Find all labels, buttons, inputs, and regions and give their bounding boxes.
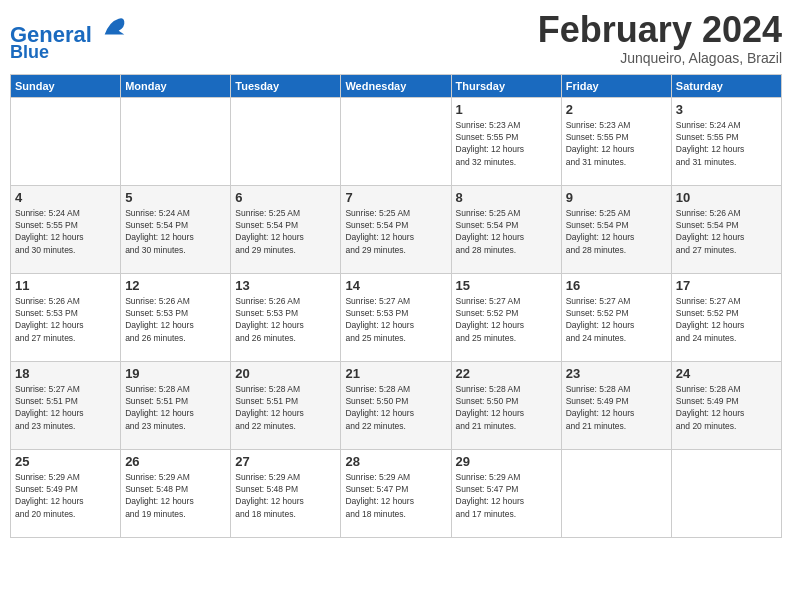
calendar-cell xyxy=(561,449,671,537)
day-number: 5 xyxy=(125,190,226,205)
day-number: 18 xyxy=(15,366,116,381)
day-number: 26 xyxy=(125,454,226,469)
header: General Blue February 2024 Junqueiro, Al… xyxy=(10,10,782,66)
day-number: 8 xyxy=(456,190,557,205)
calendar-cell: 21Sunrise: 5:28 AM Sunset: 5:50 PM Dayli… xyxy=(341,361,451,449)
calendar-cell xyxy=(11,97,121,185)
calendar-cell xyxy=(121,97,231,185)
calendar-cell: 19Sunrise: 5:28 AM Sunset: 5:51 PM Dayli… xyxy=(121,361,231,449)
calendar-cell: 12Sunrise: 5:26 AM Sunset: 5:53 PM Dayli… xyxy=(121,273,231,361)
day-number: 14 xyxy=(345,278,446,293)
day-number: 22 xyxy=(456,366,557,381)
week-row-1: 4Sunrise: 5:24 AM Sunset: 5:55 PM Daylig… xyxy=(11,185,782,273)
day-number: 10 xyxy=(676,190,777,205)
day-info: Sunrise: 5:29 AM Sunset: 5:49 PM Dayligh… xyxy=(15,471,116,520)
calendar-cell: 4Sunrise: 5:24 AM Sunset: 5:55 PM Daylig… xyxy=(11,185,121,273)
calendar-cell: 6Sunrise: 5:25 AM Sunset: 5:54 PM Daylig… xyxy=(231,185,341,273)
calendar-cell xyxy=(341,97,451,185)
day-info: Sunrise: 5:23 AM Sunset: 5:55 PM Dayligh… xyxy=(566,119,667,168)
header-wednesday: Wednesday xyxy=(341,74,451,97)
day-info: Sunrise: 5:26 AM Sunset: 5:53 PM Dayligh… xyxy=(125,295,226,344)
day-number: 23 xyxy=(566,366,667,381)
calendar-cell: 20Sunrise: 5:28 AM Sunset: 5:51 PM Dayli… xyxy=(231,361,341,449)
day-info: Sunrise: 5:29 AM Sunset: 5:47 PM Dayligh… xyxy=(345,471,446,520)
day-number: 7 xyxy=(345,190,446,205)
header-tuesday: Tuesday xyxy=(231,74,341,97)
day-number: 6 xyxy=(235,190,336,205)
calendar-cell: 15Sunrise: 5:27 AM Sunset: 5:52 PM Dayli… xyxy=(451,273,561,361)
day-info: Sunrise: 5:28 AM Sunset: 5:49 PM Dayligh… xyxy=(566,383,667,432)
header-monday: Monday xyxy=(121,74,231,97)
calendar-cell: 26Sunrise: 5:29 AM Sunset: 5:48 PM Dayli… xyxy=(121,449,231,537)
calendar-body: 1Sunrise: 5:23 AM Sunset: 5:55 PM Daylig… xyxy=(11,97,782,537)
day-info: Sunrise: 5:24 AM Sunset: 5:55 PM Dayligh… xyxy=(676,119,777,168)
calendar-cell: 23Sunrise: 5:28 AM Sunset: 5:49 PM Dayli… xyxy=(561,361,671,449)
day-info: Sunrise: 5:29 AM Sunset: 5:47 PM Dayligh… xyxy=(456,471,557,520)
day-info: Sunrise: 5:26 AM Sunset: 5:53 PM Dayligh… xyxy=(235,295,336,344)
day-number: 9 xyxy=(566,190,667,205)
calendar-cell: 24Sunrise: 5:28 AM Sunset: 5:49 PM Dayli… xyxy=(671,361,781,449)
title-block: February 2024 Junqueiro, Alagoas, Brazil xyxy=(538,10,782,66)
day-number: 24 xyxy=(676,366,777,381)
calendar-cell: 29Sunrise: 5:29 AM Sunset: 5:47 PM Dayli… xyxy=(451,449,561,537)
week-row-4: 25Sunrise: 5:29 AM Sunset: 5:49 PM Dayli… xyxy=(11,449,782,537)
day-number: 16 xyxy=(566,278,667,293)
calendar-cell: 25Sunrise: 5:29 AM Sunset: 5:49 PM Dayli… xyxy=(11,449,121,537)
day-number: 17 xyxy=(676,278,777,293)
day-info: Sunrise: 5:26 AM Sunset: 5:54 PM Dayligh… xyxy=(676,207,777,256)
day-number: 3 xyxy=(676,102,777,117)
day-info: Sunrise: 5:24 AM Sunset: 5:55 PM Dayligh… xyxy=(15,207,116,256)
calendar-cell xyxy=(671,449,781,537)
day-number: 11 xyxy=(15,278,116,293)
day-info: Sunrise: 5:27 AM Sunset: 5:53 PM Dayligh… xyxy=(345,295,446,344)
day-number: 27 xyxy=(235,454,336,469)
calendar-cell: 1Sunrise: 5:23 AM Sunset: 5:55 PM Daylig… xyxy=(451,97,561,185)
day-info: Sunrise: 5:29 AM Sunset: 5:48 PM Dayligh… xyxy=(125,471,226,520)
day-info: Sunrise: 5:27 AM Sunset: 5:51 PM Dayligh… xyxy=(15,383,116,432)
header-row: SundayMondayTuesdayWednesdayThursdayFrid… xyxy=(11,74,782,97)
day-number: 1 xyxy=(456,102,557,117)
day-number: 2 xyxy=(566,102,667,117)
calendar-cell: 2Sunrise: 5:23 AM Sunset: 5:55 PM Daylig… xyxy=(561,97,671,185)
day-info: Sunrise: 5:27 AM Sunset: 5:52 PM Dayligh… xyxy=(456,295,557,344)
calendar-cell: 18Sunrise: 5:27 AM Sunset: 5:51 PM Dayli… xyxy=(11,361,121,449)
calendar-cell: 10Sunrise: 5:26 AM Sunset: 5:54 PM Dayli… xyxy=(671,185,781,273)
day-info: Sunrise: 5:27 AM Sunset: 5:52 PM Dayligh… xyxy=(676,295,777,344)
day-number: 4 xyxy=(15,190,116,205)
day-number: 12 xyxy=(125,278,226,293)
day-number: 19 xyxy=(125,366,226,381)
day-info: Sunrise: 5:28 AM Sunset: 5:51 PM Dayligh… xyxy=(235,383,336,432)
day-info: Sunrise: 5:28 AM Sunset: 5:49 PM Dayligh… xyxy=(676,383,777,432)
day-info: Sunrise: 5:28 AM Sunset: 5:50 PM Dayligh… xyxy=(456,383,557,432)
week-row-2: 11Sunrise: 5:26 AM Sunset: 5:53 PM Dayli… xyxy=(11,273,782,361)
day-info: Sunrise: 5:25 AM Sunset: 5:54 PM Dayligh… xyxy=(456,207,557,256)
calendar-cell: 3Sunrise: 5:24 AM Sunset: 5:55 PM Daylig… xyxy=(671,97,781,185)
day-info: Sunrise: 5:28 AM Sunset: 5:50 PM Dayligh… xyxy=(345,383,446,432)
day-number: 20 xyxy=(235,366,336,381)
day-info: Sunrise: 5:28 AM Sunset: 5:51 PM Dayligh… xyxy=(125,383,226,432)
header-thursday: Thursday xyxy=(451,74,561,97)
calendar-cell: 27Sunrise: 5:29 AM Sunset: 5:48 PM Dayli… xyxy=(231,449,341,537)
calendar-cell: 5Sunrise: 5:24 AM Sunset: 5:54 PM Daylig… xyxy=(121,185,231,273)
calendar-cell: 9Sunrise: 5:25 AM Sunset: 5:54 PM Daylig… xyxy=(561,185,671,273)
day-number: 29 xyxy=(456,454,557,469)
day-number: 28 xyxy=(345,454,446,469)
calendar-cell: 11Sunrise: 5:26 AM Sunset: 5:53 PM Dayli… xyxy=(11,273,121,361)
day-number: 13 xyxy=(235,278,336,293)
day-info: Sunrise: 5:29 AM Sunset: 5:48 PM Dayligh… xyxy=(235,471,336,520)
day-number: 21 xyxy=(345,366,446,381)
calendar-cell: 7Sunrise: 5:25 AM Sunset: 5:54 PM Daylig… xyxy=(341,185,451,273)
logo-icon xyxy=(100,14,128,42)
day-info: Sunrise: 5:26 AM Sunset: 5:53 PM Dayligh… xyxy=(15,295,116,344)
day-number: 15 xyxy=(456,278,557,293)
calendar-cell: 17Sunrise: 5:27 AM Sunset: 5:52 PM Dayli… xyxy=(671,273,781,361)
day-number: 25 xyxy=(15,454,116,469)
calendar-cell: 28Sunrise: 5:29 AM Sunset: 5:47 PM Dayli… xyxy=(341,449,451,537)
day-info: Sunrise: 5:25 AM Sunset: 5:54 PM Dayligh… xyxy=(345,207,446,256)
day-info: Sunrise: 5:25 AM Sunset: 5:54 PM Dayligh… xyxy=(566,207,667,256)
month-title: February 2024 xyxy=(538,10,782,50)
calendar-cell: 22Sunrise: 5:28 AM Sunset: 5:50 PM Dayli… xyxy=(451,361,561,449)
calendar-table: SundayMondayTuesdayWednesdayThursdayFrid… xyxy=(10,74,782,538)
day-info: Sunrise: 5:25 AM Sunset: 5:54 PM Dayligh… xyxy=(235,207,336,256)
day-info: Sunrise: 5:27 AM Sunset: 5:52 PM Dayligh… xyxy=(566,295,667,344)
